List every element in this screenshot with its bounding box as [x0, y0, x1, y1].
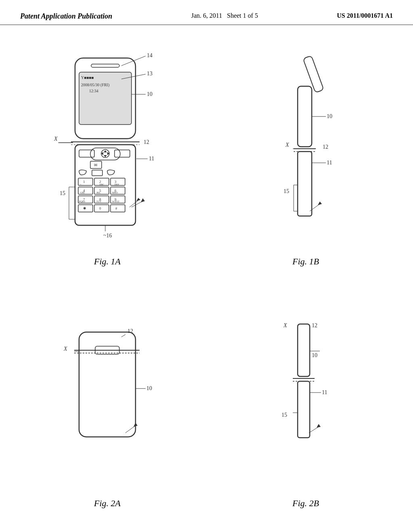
- header-date: Jan. 6, 2011: [191, 12, 222, 19]
- svg-marker-93: [318, 202, 322, 205]
- figure-2a-cell: X 12 10 Fig. 2A: [8, 275, 206, 517]
- svg-text:2008/05/30 (FRI): 2008/05/30 (FRI): [81, 83, 109, 87]
- svg-text:14: 14: [147, 52, 152, 58]
- svg-text:10: 10: [312, 352, 317, 358]
- header-title: Patent Application Publication: [20, 12, 112, 21]
- svg-text:TUV: TUV: [96, 200, 102, 203]
- svg-text:15: 15: [282, 412, 287, 418]
- svg-rect-9: [79, 150, 94, 157]
- svg-text:12: 12: [312, 322, 317, 328]
- figure-2b-label: Fig. 2B: [292, 498, 319, 509]
- svg-marker-120: [317, 424, 321, 428]
- svg-text:12: 12: [127, 328, 133, 334]
- header-patent: US 2011/0001671 A1: [337, 12, 393, 19]
- figure-2b-svg: X 12 10 11 15: [249, 308, 362, 469]
- svg-line-101: [121, 335, 125, 337]
- svg-rect-51: [111, 205, 125, 212]
- svg-rect-19: [92, 170, 102, 176]
- figure-2a-container: X 12 10: [51, 283, 164, 494]
- svg-rect-80: [298, 152, 312, 216]
- svg-text:X: X: [285, 142, 289, 148]
- figure-1a-svg: Y■■■■ 2008/05/30 (FRI) 12:34: [43, 50, 172, 243]
- svg-line-104: [125, 426, 136, 433]
- svg-marker-73: [136, 198, 140, 201]
- svg-text:Y■■■■: Y■■■■: [81, 75, 94, 80]
- svg-rect-76: [303, 56, 323, 93]
- svg-text:ABC: ABC: [99, 183, 104, 186]
- svg-text:15: 15: [284, 188, 289, 194]
- svg-text:1: 1: [83, 180, 85, 184]
- svg-rect-10: [115, 150, 130, 157]
- svg-text:11: 11: [322, 389, 327, 395]
- svg-rect-2: [79, 72, 131, 125]
- svg-text:‥: ‥: [79, 182, 81, 185]
- svg-text:MNO: MNO: [112, 191, 118, 194]
- figure-1a-label: Fig. 1A: [94, 256, 121, 267]
- figure-2a-svg: X 12 10: [51, 308, 164, 469]
- svg-text:DEF: DEF: [115, 183, 119, 186]
- svg-text:12:34: 12:34: [89, 89, 98, 93]
- svg-rect-49: [94, 205, 109, 212]
- svg-text:X: X: [54, 136, 58, 142]
- header-date-sheet: Jan. 6, 2011 Sheet 1 of 5: [191, 12, 258, 19]
- figure-1b-container: 10 12 X 11 15: [245, 41, 366, 252]
- figure-1b-label: Fig. 1B: [292, 256, 319, 267]
- svg-text:~16: ~16: [103, 233, 112, 239]
- svg-text:X: X: [63, 346, 67, 352]
- svg-line-53: [121, 56, 146, 66]
- svg-text:✉: ✉: [94, 163, 97, 167]
- svg-text:11: 11: [327, 160, 332, 166]
- page-header: Patent Application Publication Jan. 6, 2…: [0, 0, 413, 25]
- svg-text:13: 13: [147, 71, 152, 77]
- figure-1b-svg: 10 12 X 11 15: [245, 50, 366, 243]
- svg-rect-1: [91, 64, 119, 67]
- svg-text:✱: ✱: [83, 206, 86, 210]
- figure-2a-label: Fig. 2A: [94, 498, 121, 509]
- svg-text:WXYZ: WXYZ: [112, 200, 119, 203]
- svg-text:0: 0: [99, 206, 101, 210]
- content-area: Y■■■■ 2008/05/30 (FRI) 12:34: [0, 25, 413, 525]
- svg-text:15: 15: [60, 190, 65, 196]
- figure-1a-container: Y■■■■ 2008/05/30 (FRI) 12:34: [43, 41, 172, 252]
- svg-text:GHI: GHI: [80, 191, 85, 194]
- svg-text:12: 12: [144, 139, 149, 145]
- figure-2b-container: X 12 10 11 15: [249, 283, 362, 494]
- svg-text:12: 12: [323, 144, 328, 150]
- header-sheet: Sheet 1 of 5: [227, 12, 258, 19]
- svg-text:JKL: JKL: [96, 191, 101, 194]
- svg-marker-70: [141, 198, 145, 202]
- svg-line-119: [309, 427, 319, 433]
- svg-text:PQRS: PQRS: [79, 200, 85, 203]
- svg-text:10: 10: [327, 113, 332, 119]
- svg-text:10: 10: [147, 91, 152, 97]
- figure-1a-cell: Y■■■■ 2008/05/30 (FRI) 12:34: [8, 33, 206, 275]
- svg-rect-109: [298, 381, 310, 438]
- svg-marker-105: [133, 423, 138, 427]
- svg-text:10: 10: [146, 385, 152, 391]
- svg-text:11: 11: [149, 156, 154, 162]
- svg-text:X: X: [283, 322, 287, 328]
- figure-1b-cell: 10 12 X 11 15 Fig. 1B: [206, 33, 405, 275]
- svg-rect-106: [298, 324, 310, 376]
- svg-text:#: #: [115, 206, 117, 210]
- svg-rect-77: [298, 86, 312, 147]
- figure-2b-cell: X 12 10 11 15 Fig. 2B: [206, 275, 405, 517]
- svg-marker-13: [104, 150, 107, 152]
- svg-line-72: [129, 200, 138, 207]
- svg-rect-94: [79, 332, 136, 437]
- svg-marker-14: [104, 155, 107, 157]
